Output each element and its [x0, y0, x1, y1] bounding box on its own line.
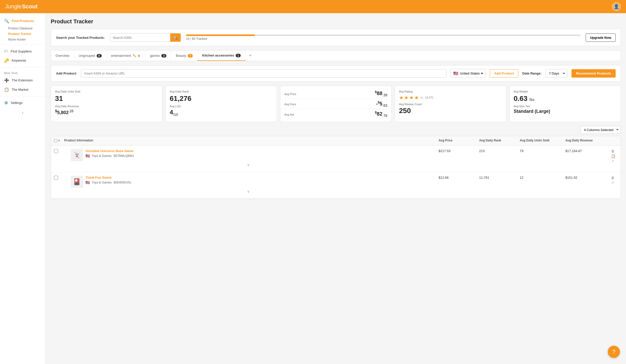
stat-sub-label: Avg Daily Revenue — [55, 105, 158, 108]
market-icon: 📋 — [4, 87, 9, 92]
net-row: Avg Net $82.76 — [284, 111, 387, 118]
row-actions: 🗑 ↗ — [611, 176, 618, 185]
upgrade-button[interactable]: Upgrade Now — [586, 33, 616, 42]
stat-value-lqs: 4/10 — [170, 109, 273, 117]
sidebar-divider-3 — [0, 96, 45, 97]
stat-card-rating: Avg Rating ★ ★ ★ ★ ★ (4.07) Avg Review C… — [395, 86, 506, 122]
sidebar-item-keywords[interactable]: 🔑 Keywords — [0, 56, 45, 65]
star-1: ★ — [399, 95, 404, 101]
chevron-down-icon: ▾ — [58, 139, 60, 142]
drag-handle[interactable]: ⋮ — [64, 177, 68, 181]
row-checkbox-cell — [51, 175, 61, 181]
product-name[interactable]: Think Fun Swish — [85, 176, 131, 179]
stat-value-rank: 61,276 — [170, 95, 273, 103]
search-button[interactable]: 🔍 — [170, 33, 181, 42]
sidebar-item-label: The Market — [12, 88, 28, 92]
progress-bar-fill — [186, 34, 255, 36]
search-label: Search your Tracked Products: — [56, 36, 105, 40]
star-3: ★ — [409, 95, 414, 101]
app-logo: Jungle Scout — [5, 3, 38, 10]
table-controls: 4 Columns Selected — [51, 126, 621, 134]
share-row-button[interactable]: ↗ — [611, 159, 618, 163]
add-product-input[interactable] — [81, 69, 446, 78]
tab-overview[interactable]: Overview — [51, 51, 74, 61]
add-product-label: Add Product: — [56, 71, 77, 75]
search-input[interactable] — [110, 34, 170, 41]
share-row-button[interactable]: ↗ — [611, 181, 618, 185]
expand-row-button[interactable]: ∨ — [64, 188, 432, 195]
edit-icon[interactable]: ✏️ — [133, 54, 136, 58]
star-5: ★ — [419, 95, 424, 101]
tab-badge: 1 — [236, 54, 241, 57]
user-avatar[interactable]: 👤 — [612, 2, 621, 11]
product-info: Unstable Unicorns Base Game 🇺🇸 Toys & Ga… — [85, 149, 134, 158]
avg-net-label: Avg Net — [284, 113, 294, 116]
extension-icon: ➕ — [4, 78, 9, 83]
delete-icon[interactable]: 🗑 — [137, 54, 141, 58]
tab-badge: 0 — [97, 54, 102, 58]
page-title: Product Tracker — [51, 18, 621, 25]
drag-handle[interactable]: ⋮ — [64, 150, 68, 155]
sidebar-sub-product-database[interactable]: Product Database — [0, 26, 45, 31]
row-avg-units: 79 — [517, 148, 562, 154]
sidebar-item-label: Find Suppliers — [11, 49, 32, 53]
more-tools-header: More Tools — [0, 69, 45, 76]
row-checkbox[interactable] — [54, 176, 58, 180]
tab-add-button[interactable]: + — [246, 50, 255, 61]
logo-scout: Scout — [22, 3, 38, 10]
avg-fees-value: -$5.63 — [376, 100, 388, 107]
sidebar-sub-product-tracker[interactable]: Product Tracker — [0, 31, 45, 37]
data-table: ▾ Product Information Avg Price Avg Dail… — [51, 136, 621, 199]
recommend-products-button[interactable]: Recommend Products — [571, 69, 616, 78]
fees-row: Avg Fees -$5.63 — [284, 100, 387, 109]
sidebar-item-find-suppliers[interactable]: 🏷 Find Suppliers — [0, 47, 45, 56]
date-range-select[interactable]: 7 Days 14 Days 30 Days 60 Days 90 Days — [546, 69, 567, 78]
th-avg-price: Avg Price — [436, 139, 476, 143]
sidebar-item-settings[interactable]: ⚙️ Settings — [0, 99, 45, 107]
select-all-checkbox[interactable] — [54, 139, 57, 143]
star-4: ★ — [414, 95, 419, 101]
row-avg-price: $217.53 — [436, 148, 476, 154]
sidebar-collapse-button[interactable]: ‹ — [0, 107, 45, 118]
sidebar-item-find-products[interactable]: 🔍 Find Products — [0, 16, 45, 26]
stat-sub-label: Avg Size Tier — [514, 105, 617, 108]
row-actions: 🗑 📋 ↗ — [611, 149, 618, 163]
add-product-button[interactable]: Add Product — [490, 69, 518, 78]
stat-label: Avg Weight — [514, 90, 617, 93]
settings-icon: ⚙️ — [4, 101, 8, 105]
expand-row-button[interactable]: ∨ — [64, 161, 432, 168]
suppliers-icon: 🏷 — [4, 49, 8, 53]
tab-beauty[interactable]: Beauty 7 — [171, 51, 198, 61]
columns-select[interactable]: 4 Columns Selected — [581, 126, 621, 134]
help-button[interactable]: ? — [608, 346, 620, 358]
delete-row-button[interactable]: 🗑 — [611, 176, 618, 180]
tab-ungrouped[interactable]: Ungrouped 0 — [74, 51, 106, 61]
table-header: ▾ Product Information Avg Price Avg Dail… — [51, 136, 621, 145]
table-row: ⋮ 🃏 Unstable Unicorns Base Game 🇺🇸 Toys … — [51, 145, 621, 172]
tabs-row: Overview Ungrouped 0 entertainment ✏️ 🗑 … — [51, 50, 621, 61]
country-select[interactable]: 🇺🇸 United States ▾ — [450, 69, 486, 78]
row-checkbox[interactable] — [54, 149, 58, 153]
tab-kitchen-accessories[interactable]: Kitchen accessories 1 — [198, 50, 246, 61]
tab-games[interactable]: games 3 — [145, 51, 171, 61]
price-row: Avg Price $88.39 — [284, 90, 387, 99]
tab-entertainment[interactable]: entertainment ✏️ 🗑 — [107, 51, 146, 61]
sidebar-sub-niche-hunter[interactable]: Niche Hunter — [0, 37, 45, 42]
lbs-label: lbs — [529, 98, 534, 102]
sidebar-item-extension[interactable]: ➕ The Extension — [0, 76, 45, 85]
sidebar-item-label: The Extension — [12, 78, 33, 82]
copy-row-button[interactable]: 📋 — [611, 154, 618, 158]
tab-label: Beauty — [176, 54, 186, 58]
delete-row-button[interactable]: 🗑 — [611, 149, 618, 153]
stat-card-weight: Avg Weight 0.63 lbs Avg Size Tier Standa… — [509, 86, 621, 122]
progress-bar-bg — [186, 34, 581, 36]
tab-label: games — [150, 54, 160, 58]
stat-card-units: Avg Daily Units Sold 31 Avg Daily Revenu… — [51, 86, 162, 122]
sidebar-item-market[interactable]: 📋 The Market — [0, 85, 45, 94]
flag-icon: 🇺🇸 — [85, 154, 90, 158]
product-name[interactable]: Unstable Unicorns Base Game — [85, 149, 134, 153]
product-meta: 🇺🇸 Toys & Games B004INGVIU — [85, 180, 131, 185]
row-avg-rank: 213 — [476, 148, 517, 154]
row-avg-price: $12.66 — [436, 175, 476, 180]
star-2: ★ — [404, 95, 409, 101]
